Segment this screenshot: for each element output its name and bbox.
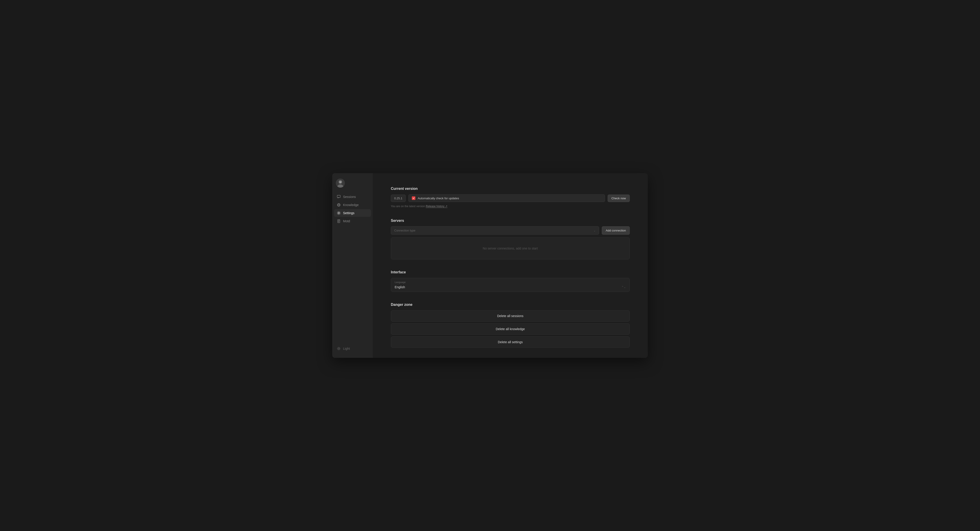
settings-icon: [337, 211, 341, 215]
logo-area: [332, 177, 373, 193]
chevron-updown-icon: ⌃⌄: [621, 285, 626, 289]
no-connections-box: No server connections, add one to start: [391, 237, 630, 260]
release-history-link[interactable]: Release history ↗: [426, 205, 447, 208]
language-label: Language: [391, 278, 630, 284]
globe-icon: [337, 203, 341, 207]
sidebar-nav: Sessions Knowledge: [332, 193, 373, 343]
servers-section: Servers Connection type ⌄ Add connection…: [391, 219, 630, 260]
sidebar-item-motd[interactable]: Motd: [334, 217, 371, 225]
delete-knowledge-button[interactable]: Delete all knowledge: [391, 323, 630, 334]
connection-row: Connection type ⌄ Add connection: [391, 226, 630, 235]
svg-line-18: [337, 347, 338, 348]
app-container: Sessions Knowledge: [332, 173, 648, 358]
chat-icon: [337, 195, 341, 199]
version-badge: 0.25.1: [391, 195, 406, 202]
language-box: Language English ⌃⌄: [391, 278, 630, 292]
sidebar-item-light[interactable]: Light: [334, 345, 371, 352]
light-mode-label: Light: [343, 347, 350, 350]
svg-point-8: [338, 212, 339, 214]
interface-section: Interface Language English ⌃⌄: [391, 270, 630, 292]
check-now-button[interactable]: Check now: [608, 195, 630, 202]
document-icon: [337, 219, 341, 223]
delete-settings-button[interactable]: Delete all settings: [391, 336, 630, 348]
language-select[interactable]: English ⌃⌄: [391, 284, 630, 292]
sidebar-item-knowledge[interactable]: Knowledge: [334, 201, 371, 209]
version-section-title: Current version: [391, 187, 630, 191]
delete-sessions-button[interactable]: Delete all sessions: [391, 310, 630, 322]
sidebar-item-label: Settings: [343, 211, 355, 215]
sidebar-bottom: Light: [332, 343, 373, 354]
avatar[interactable]: [336, 179, 345, 188]
auto-update-box: Automatically check for updates: [409, 194, 605, 202]
svg-rect-4: [337, 195, 340, 198]
chevron-down-icon: ⌄: [593, 229, 596, 232]
connection-type-select[interactable]: Connection type ⌄: [391, 226, 599, 235]
version-section: Current version 0.25.1 Automatically che…: [391, 187, 630, 208]
servers-section-title: Servers: [391, 219, 630, 223]
auto-update-label: Automatically check for updates: [418, 197, 459, 200]
auto-update-checkbox[interactable]: [412, 197, 415, 200]
sun-icon: [337, 347, 341, 350]
sidebar: Sessions Knowledge: [332, 173, 373, 358]
main-content: Current version 0.25.1 Automatically che…: [373, 173, 648, 358]
connection-type-placeholder: Connection type: [394, 229, 415, 232]
danger-zone-title: Danger zone: [391, 303, 630, 307]
svg-line-20: [337, 349, 338, 350]
version-status: You are on the latest version Release hi…: [391, 205, 630, 208]
danger-zone-section: Danger zone Delete all sessions Delete a…: [391, 303, 630, 349]
language-value: English: [395, 285, 405, 289]
version-row: 0.25.1 Automatically check for updates C…: [391, 194, 630, 202]
sidebar-item-sessions[interactable]: Sessions: [334, 193, 371, 201]
sidebar-item-label: Knowledge: [343, 203, 359, 207]
sidebar-item-label: Sessions: [343, 195, 356, 199]
add-connection-button[interactable]: Add connection: [602, 226, 630, 235]
sidebar-item-settings[interactable]: Settings: [334, 209, 371, 217]
sidebar-item-label: Motd: [343, 219, 350, 223]
interface-section-title: Interface: [391, 270, 630, 274]
svg-point-13: [338, 348, 339, 349]
